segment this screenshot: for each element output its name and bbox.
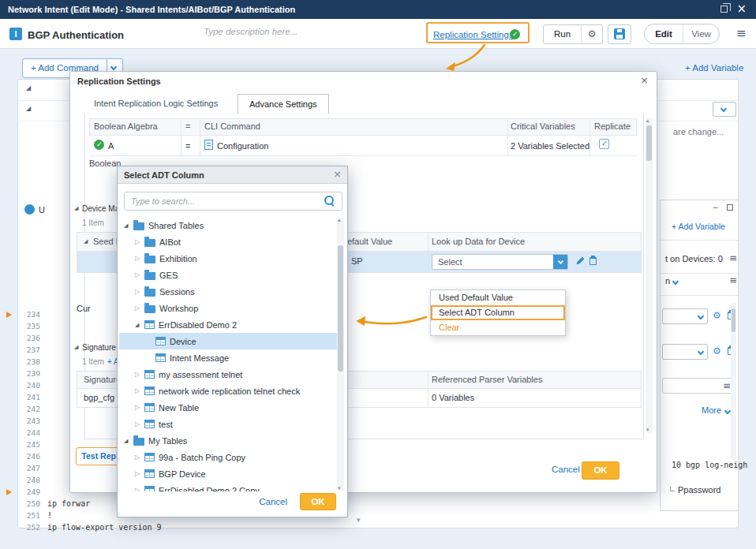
adt-ok-button[interactable]: OK bbox=[300, 493, 336, 510]
modal-ok-button[interactable]: OK bbox=[582, 461, 619, 480]
tab-intent-replication-logic-settings[interactable]: Intent Replication Logic Settings bbox=[84, 94, 227, 114]
tree-item-errdisabled-demo-2[interactable]: ◢ErrDisabled Demo 2 bbox=[119, 316, 337, 333]
add-variable-link[interactable]: + Add Variable bbox=[685, 63, 743, 73]
scroll-down-icon[interactable]: ▾ bbox=[338, 485, 341, 491]
tree-item-my-tables[interactable]: ◢My Tables bbox=[119, 432, 337, 449]
replicate-checkbox[interactable] bbox=[599, 139, 609, 149]
options-menu-icon[interactable]: ≡ bbox=[729, 274, 737, 286]
tree-collapsed-icon[interactable]: ▷ bbox=[135, 238, 144, 245]
settings-gear-icon[interactable]: ⚙ bbox=[713, 310, 721, 321]
tree-item-intent-message[interactable]: Intent Message bbox=[119, 349, 337, 366]
run-button[interactable]: Run bbox=[544, 25, 581, 43]
tree-item-errdisabled-demo-2-copy[interactable]: ▷ErrDisabled Demo 2 Copy bbox=[119, 482, 337, 491]
device-macro-item-count: 1 Item bbox=[82, 218, 104, 227]
input-menu-icon[interactable]: ≡ bbox=[723, 380, 731, 391]
edit-icon[interactable] bbox=[575, 256, 584, 265]
collapse-triangle-icon[interactable]: ◢ bbox=[26, 105, 31, 112]
collapse-triangle-icon[interactable]: ◢ bbox=[26, 84, 31, 92]
menu-item-clear[interactable]: Clear bbox=[431, 320, 565, 335]
tree-item-device[interactable]: Device bbox=[119, 333, 337, 349]
delete-icon[interactable] bbox=[589, 257, 597, 265]
scrollbar-thumb[interactable] bbox=[338, 245, 343, 372]
header-menu-icon[interactable]: ≡ bbox=[736, 26, 747, 40]
tree-item-test[interactable]: ▷test bbox=[119, 416, 337, 432]
scrollbar-thumb[interactable] bbox=[732, 308, 735, 332]
tree-item-exhibition[interactable]: ▷Exhibition bbox=[119, 250, 337, 267]
edit-mode-toggle[interactable]: Edit bbox=[645, 24, 683, 43]
tree-item-my-assessment-telnet[interactable]: ▷my assessment telnet bbox=[119, 366, 337, 383]
tree-item-shared-tables[interactable]: ◢Shared Tables bbox=[119, 217, 337, 233]
replication-settings-link[interactable]: Replication Settings bbox=[433, 30, 514, 39]
scroll-up-icon[interactable]: ▴ bbox=[646, 118, 649, 124]
line-number: 236 bbox=[13, 332, 40, 344]
more-link[interactable]: More bbox=[702, 405, 721, 415]
variable-input[interactable]: ≡ bbox=[662, 378, 735, 394]
section-collapse-icon[interactable]: ◢ bbox=[74, 344, 78, 350]
tree-item-label: BGP Device bbox=[159, 469, 206, 479]
description-input[interactable] bbox=[204, 27, 361, 36]
line-number: 251 bbox=[13, 510, 40, 521]
tree-item-ges[interactable]: ▷GES bbox=[119, 267, 337, 283]
variable-select[interactable] bbox=[662, 308, 708, 324]
column-divider bbox=[428, 372, 429, 407]
run-settings-gear-icon[interactable]: ⚙ bbox=[581, 25, 602, 43]
tree-collapsed-icon[interactable]: ▷ bbox=[135, 404, 144, 411]
line-number: 241 bbox=[13, 391, 40, 403]
menu-item-used-default-value[interactable]: Used Default Value bbox=[431, 290, 565, 305]
tree-collapsed-icon[interactable]: ▷ bbox=[135, 420, 144, 428]
tree-item-aibot[interactable]: ▷AIBot bbox=[119, 233, 337, 250]
close-modal-icon[interactable]: × bbox=[333, 168, 342, 180]
tree-item-label: Exhibition bbox=[159, 254, 197, 263]
adt-scrollbar[interactable]: ▴ ▾ bbox=[337, 217, 344, 491]
tree-collapsed-icon[interactable]: ▷ bbox=[135, 470, 144, 477]
tree-item-new-table[interactable]: ▷New Table bbox=[119, 399, 337, 416]
menu-item-select-adt-column[interactable]: Select ADT Column bbox=[431, 305, 565, 320]
lookup-select[interactable]: Select bbox=[432, 254, 568, 270]
modal-scrollbar[interactable]: ▴ ▾ bbox=[646, 118, 653, 433]
tree-collapsed-icon[interactable]: ▷ bbox=[135, 387, 144, 394]
save-button[interactable] bbox=[608, 24, 631, 44]
panel-add-variable-link[interactable]: + Add Variable bbox=[672, 222, 725, 231]
tree-collapsed-icon[interactable]: ▷ bbox=[135, 271, 144, 278]
tree-collapsed-icon[interactable]: ▷ bbox=[135, 288, 144, 295]
modal-cancel-link[interactable]: Cancel bbox=[552, 465, 580, 474]
adt-search-input[interactable] bbox=[124, 192, 342, 211]
critical-variables-link[interactable]: 2 Variables Selected bbox=[511, 141, 589, 151]
close-window-icon[interactable]: × bbox=[736, 2, 747, 16]
select-dropdown-button[interactable] bbox=[553, 255, 567, 269]
view-mode-toggle[interactable]: View bbox=[683, 24, 719, 43]
tree-collapsed-icon[interactable]: ▷ bbox=[135, 487, 144, 491]
settings-gear-icon[interactable]: ⚙ bbox=[713, 345, 721, 357]
variable-select[interactable] bbox=[662, 344, 708, 360]
table-icon bbox=[144, 420, 155, 428]
scroll-down-icon[interactable]: ▾ bbox=[646, 427, 649, 433]
sort-icon[interactable]: ◢ bbox=[84, 238, 88, 245]
close-modal-icon[interactable]: × bbox=[640, 74, 649, 86]
scroll-down-icon[interactable]: ▾ bbox=[357, 516, 361, 524]
scrollbar-thumb[interactable] bbox=[646, 125, 652, 161]
tree-expanded-icon[interactable]: ◢ bbox=[124, 222, 133, 229]
panel-scrollbar[interactable] bbox=[731, 303, 736, 461]
restore-window-icon[interactable] bbox=[720, 6, 728, 13]
tree-item-bgp-device[interactable]: ▷BGP Device bbox=[119, 465, 337, 482]
tree-item-network-wide-replication-telnet-check[interactable]: ▷network wide replication telnet check bbox=[119, 383, 337, 399]
minimize-panel-icon[interactable]: − bbox=[713, 202, 718, 213]
table-icon bbox=[144, 320, 155, 329]
tree-collapsed-icon[interactable]: ▷ bbox=[135, 255, 144, 262]
section-collapse-icon[interactable]: ◢ bbox=[74, 205, 78, 211]
tab-advance-settings[interactable]: Advance Settings bbox=[238, 94, 329, 114]
tree-expanded-icon[interactable]: ◢ bbox=[135, 322, 144, 328]
tree-item-workshop[interactable]: ▷Workshop bbox=[119, 300, 337, 316]
adt-cancel-link[interactable]: Cancel bbox=[259, 497, 287, 506]
tree-collapsed-icon[interactable]: ▷ bbox=[135, 454, 144, 461]
inline-select[interactable] bbox=[713, 102, 736, 117]
options-menu-icon[interactable]: ≡ bbox=[729, 252, 737, 263]
scroll-up-icon[interactable]: ▴ bbox=[338, 217, 341, 223]
tree-item-label: New Table bbox=[159, 403, 199, 413]
tree-collapsed-icon[interactable]: ▷ bbox=[135, 371, 144, 378]
expand-panel-icon[interactable] bbox=[727, 204, 733, 211]
tree-expanded-icon[interactable]: ◢ bbox=[124, 438, 133, 444]
tree-collapsed-icon[interactable]: ▷ bbox=[135, 304, 144, 312]
tree-item-99a-batch-ping-copy[interactable]: ▷99a - Batch Ping Copy bbox=[119, 449, 337, 465]
tree-item-sessions[interactable]: ▷Sessions bbox=[119, 283, 337, 300]
